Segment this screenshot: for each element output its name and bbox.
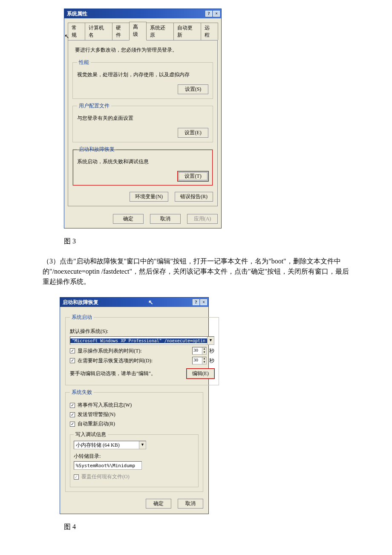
group-user-desc: 与您登录有关的桌面设置 xyxy=(77,115,208,122)
group-system-startup: 系统启动 默认操作系统(S): "Microsoft Windows XP Pr… xyxy=(65,314,219,385)
show-recovery-checkbox[interactable] xyxy=(70,358,75,363)
auto-reboot-checkbox[interactable] xyxy=(70,422,75,427)
default-os-value: "Microsoft Windows XP Professional" /noe… xyxy=(70,338,207,343)
group-performance-desc: 视觉效果，处理器计划，内存使用，以及虚拟内存 xyxy=(77,71,208,78)
group-system-startup-legend: 系统启动 xyxy=(70,314,94,321)
tab-panel-advanced: 要进行大多数改动，您必须作为管理员登录。 性能 视觉效果，处理器计划，内存使用，… xyxy=(68,40,218,206)
group-startup-legend: 启动和故障恢复 xyxy=(77,146,116,153)
dump-dir-label: 小转储目录: xyxy=(74,453,195,460)
tab-computer[interactable]: 计算机名 xyxy=(85,23,112,40)
group-user-profiles: 用户配置文件 与您登录有关的桌面设置 设置(E) xyxy=(72,102,213,142)
edit-hint: 要手动编辑启动选项，请单击"编辑"。 xyxy=(70,370,182,377)
group-startup-desc: 系统启动，系统失败和调试信息 xyxy=(77,158,208,165)
os-list-time-stepper[interactable]: 30 ▲▼ xyxy=(192,347,207,355)
titlebar[interactable]: 系统属性 ? × xyxy=(64,9,221,18)
show-recovery-label: 在需要时显示恢复选项的时间(D): xyxy=(78,357,192,364)
performance-settings-button[interactable]: 设置(S) xyxy=(178,84,208,94)
admin-note: 要进行大多数改动，您必须作为管理员登录。 xyxy=(75,46,210,54)
startup-recovery-settings-button[interactable]: 设置(T) xyxy=(178,171,208,181)
user-profiles-settings-button[interactable]: 设置(E) xyxy=(178,128,208,138)
group-performance: 性能 视觉效果，处理器计划，内存使用，以及虚拟内存 设置(S) xyxy=(72,59,213,99)
group-dump-legend: 写入调试信息 xyxy=(74,431,108,438)
write-log-checkbox[interactable] xyxy=(70,403,75,408)
os-list-time-value[interactable]: 30 xyxy=(193,347,202,354)
close-icon[interactable]: × xyxy=(213,11,220,17)
tab-update[interactable]: 自动更新 xyxy=(173,23,201,40)
titlebar[interactable]: 启动和故障恢复 ↖ ? × xyxy=(60,298,208,307)
cancel-button[interactable]: 取消 xyxy=(150,214,181,224)
error-report-button[interactable]: 错误报告(R) xyxy=(175,192,213,202)
cancel-button[interactable]: 取消 xyxy=(178,499,203,509)
tab-general[interactable]: 常规 xyxy=(68,23,85,40)
edit-button[interactable]: 编辑(E) xyxy=(187,369,214,379)
overwrite-label: 覆盖任何现有文件(O) xyxy=(81,473,195,480)
cursor-icon: ↖ xyxy=(148,299,153,306)
recovery-time-value[interactable]: 30 xyxy=(193,357,202,364)
dialog-title: 系统属性 xyxy=(67,10,87,17)
seconds-label: 秒 xyxy=(209,357,214,364)
group-system-failure: 系统失败 将事件写入系统日志(W) 发送管理警报(N) 自动重新启动(R) 写入… xyxy=(65,389,203,492)
tab-advanced[interactable]: 高级 xyxy=(129,22,147,40)
dump-type-value: 小内存转储 (64 KB) xyxy=(74,442,139,449)
startup-recovery-dialog: 启动和故障恢复 ↖ ? × 系统启动 默认操作系统(S): "Microsoft… xyxy=(60,297,209,514)
figure-caption-4: 图 4 xyxy=(64,523,392,532)
overwrite-checkbox xyxy=(74,474,79,480)
tab-hardware[interactable]: 硬件 xyxy=(112,23,130,40)
tab-restore[interactable]: 系统还原 xyxy=(146,23,174,40)
auto-reboot-label: 自动重新启动(R) xyxy=(78,420,199,428)
tab-strip: 常规 计算机名 硬件 高级 ↖ 系统还原 自动更新 远程 xyxy=(68,22,218,40)
apply-button[interactable]: 应用(A) xyxy=(187,214,218,224)
spin-up-icon[interactable]: ▲ xyxy=(202,347,206,351)
help-icon[interactable]: ? xyxy=(205,11,212,17)
send-alert-label: 发送管理警报(N) xyxy=(78,411,199,418)
dialog-buttons: 确定 取消 xyxy=(65,495,203,509)
chevron-down-icon[interactable]: ▼ xyxy=(139,441,146,449)
group-performance-legend: 性能 xyxy=(77,59,91,66)
group-user-legend: 用户配置文件 xyxy=(77,102,111,110)
group-startup-recovery: 启动和故障恢复 系统启动，系统失败和调试信息 设置(T) xyxy=(72,146,213,186)
group-system-failure-legend: 系统失败 xyxy=(70,389,94,396)
tab-remote[interactable]: 远程 xyxy=(201,23,218,40)
instruction-paragraph: （3）点击"启动和故障恢复"窗口中的"编辑"按钮，打开一记事本文件，名为"boo… xyxy=(43,256,349,287)
dump-dir-input[interactable]: %SystemRoot%\Minidump xyxy=(74,461,142,470)
show-os-list-label: 显示操作系统列表的时间(T): xyxy=(78,347,192,355)
spin-up-icon[interactable]: ▲ xyxy=(202,357,206,361)
env-vars-button[interactable]: 环境变量(N) xyxy=(130,192,168,202)
send-alert-checkbox[interactable] xyxy=(70,412,75,417)
figure-caption-3: 图 3 xyxy=(64,237,392,246)
dialog-title: 启动和故障恢复 xyxy=(63,299,98,306)
dialog-buttons: 确定 取消 应用(A) xyxy=(64,210,221,228)
group-dump-info: 写入调试信息 小内存转储 (64 KB) ▼ 小转储目录: %SystemRoo… xyxy=(70,431,199,487)
system-properties-dialog: 系统属性 ? × 常规 计算机名 硬件 高级 ↖ 系统还原 自动更新 远程 要进… xyxy=(64,9,222,228)
ok-button[interactable]: 确定 xyxy=(113,214,144,224)
close-icon[interactable]: × xyxy=(200,299,207,305)
spin-down-icon[interactable]: ▼ xyxy=(202,351,206,354)
spin-down-icon[interactable]: ▼ xyxy=(202,361,206,364)
seconds-label: 秒 xyxy=(209,347,214,355)
chevron-down-icon[interactable]: ▼ xyxy=(207,337,214,344)
show-os-list-checkbox[interactable] xyxy=(70,348,75,353)
default-os-select[interactable]: "Microsoft Windows XP Professional" /noe… xyxy=(70,336,214,345)
default-os-label: 默认操作系统(S): xyxy=(70,328,214,335)
dump-dir-value: %SystemRoot%\Minidump xyxy=(76,463,135,468)
dump-type-select[interactable]: 小内存转储 (64 KB) ▼ xyxy=(74,441,146,449)
recovery-time-stepper[interactable]: 30 ▲▼ xyxy=(192,357,207,364)
help-icon[interactable]: ? xyxy=(193,299,199,305)
write-log-label: 将事件写入系统日志(W) xyxy=(78,402,199,409)
ok-button[interactable]: 确定 xyxy=(146,499,171,509)
